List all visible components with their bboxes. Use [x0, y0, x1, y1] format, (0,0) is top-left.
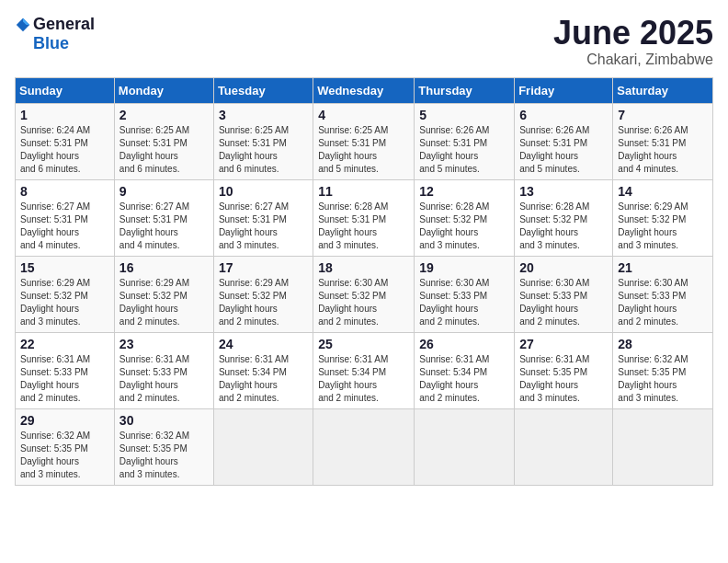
day-info: Sunrise: 6:31 AMSunset: 5:33 PMDaylight …	[20, 354, 90, 403]
day-info: Sunrise: 6:29 AMSunset: 5:32 PMDaylight …	[119, 278, 189, 327]
calendar-cell: 14Sunrise: 6:29 AMSunset: 5:32 PMDayligh…	[613, 179, 713, 256]
logo-general: General	[33, 15, 95, 34]
calendar-cell: 15Sunrise: 6:29 AMSunset: 5:32 PMDayligh…	[16, 256, 115, 332]
day-number: 24	[219, 337, 308, 351]
day-number: 27	[519, 337, 608, 351]
day-number: 18	[318, 260, 409, 275]
calendar-week-2: 8Sunrise: 6:27 AMSunset: 5:31 PMDaylight…	[16, 179, 713, 256]
calendar-cell: 4Sunrise: 6:25 AMSunset: 5:31 PMDaylight…	[313, 103, 415, 179]
calendar-cell: 22Sunrise: 6:31 AMSunset: 5:33 PMDayligh…	[16, 332, 115, 408]
calendar-cell	[415, 408, 515, 485]
calendar-cell: 16Sunrise: 6:29 AMSunset: 5:32 PMDayligh…	[114, 256, 213, 332]
logo-icon	[15, 17, 31, 33]
header-tuesday: Tuesday	[213, 77, 313, 103]
calendar-cell: 28Sunrise: 6:32 AMSunset: 5:35 PMDayligh…	[613, 332, 713, 408]
day-info: Sunrise: 6:30 AMSunset: 5:33 PMDaylight …	[519, 278, 589, 327]
day-info: Sunrise: 6:24 AMSunset: 5:31 PMDaylight …	[20, 125, 90, 174]
calendar-week-5: 29Sunrise: 6:32 AMSunset: 5:35 PMDayligh…	[16, 408, 713, 485]
calendar-cell: 3Sunrise: 6:25 AMSunset: 5:31 PMDaylight…	[213, 103, 313, 179]
calendar-cell: 21Sunrise: 6:30 AMSunset: 5:33 PMDayligh…	[613, 256, 713, 332]
day-info: Sunrise: 6:32 AMSunset: 5:35 PMDaylight …	[618, 354, 688, 403]
day-info: Sunrise: 6:27 AMSunset: 5:31 PMDaylight …	[20, 201, 90, 250]
calendar-cell: 12Sunrise: 6:28 AMSunset: 5:32 PMDayligh…	[415, 179, 515, 256]
day-info: Sunrise: 6:28 AMSunset: 5:32 PMDaylight …	[519, 201, 589, 250]
calendar-cell: 6Sunrise: 6:26 AMSunset: 5:31 PMDaylight…	[515, 103, 613, 179]
calendar-cell: 27Sunrise: 6:31 AMSunset: 5:35 PMDayligh…	[515, 332, 613, 408]
calendar-cell	[213, 408, 313, 485]
day-number: 17	[219, 260, 308, 275]
day-number: 11	[318, 184, 409, 199]
calendar-cell: 19Sunrise: 6:30 AMSunset: 5:33 PMDayligh…	[415, 256, 515, 332]
calendar-cell: 5Sunrise: 6:26 AMSunset: 5:31 PMDaylight…	[415, 103, 515, 179]
calendar-cell	[613, 408, 713, 485]
day-number: 5	[419, 108, 509, 122]
day-number: 2	[119, 108, 209, 122]
day-number: 16	[119, 260, 209, 275]
calendar-cell: 9Sunrise: 6:27 AMSunset: 5:31 PMDaylight…	[114, 179, 213, 256]
calendar-title: June 2025 Chakari, Zimbabwe	[553, 15, 713, 68]
calendar-week-4: 22Sunrise: 6:31 AMSunset: 5:33 PMDayligh…	[16, 332, 713, 408]
day-number: 20	[519, 260, 608, 275]
day-number: 23	[119, 337, 209, 351]
day-number: 28	[618, 337, 708, 351]
day-number: 10	[219, 184, 308, 199]
day-info: Sunrise: 6:28 AMSunset: 5:31 PMDaylight …	[318, 201, 388, 250]
day-info: Sunrise: 6:30 AMSunset: 5:33 PMDaylight …	[419, 278, 489, 327]
header-wednesday: Wednesday	[313, 77, 415, 103]
header-monday: Monday	[114, 77, 213, 103]
calendar-cell: 7Sunrise: 6:26 AMSunset: 5:31 PMDaylight…	[613, 103, 713, 179]
location: Chakari, Zimbabwe	[553, 52, 713, 68]
day-number: 26	[419, 337, 509, 351]
calendar-cell: 30Sunrise: 6:32 AMSunset: 5:35 PMDayligh…	[114, 408, 213, 485]
calendar-cell	[515, 408, 613, 485]
calendar-cell: 25Sunrise: 6:31 AMSunset: 5:34 PMDayligh…	[313, 332, 415, 408]
day-number: 8	[20, 184, 109, 199]
calendar-header-row: SundayMondayTuesdayWednesdayThursdayFrid…	[16, 77, 713, 103]
day-info: Sunrise: 6:31 AMSunset: 5:34 PMDaylight …	[318, 354, 388, 403]
logo: General Blue	[15, 15, 95, 53]
day-number: 19	[419, 260, 509, 275]
calendar-cell: 29Sunrise: 6:32 AMSunset: 5:35 PMDayligh…	[16, 408, 115, 485]
day-info: Sunrise: 6:25 AMSunset: 5:31 PMDaylight …	[318, 125, 388, 174]
header-sunday: Sunday	[16, 77, 115, 103]
calendar-cell: 17Sunrise: 6:29 AMSunset: 5:32 PMDayligh…	[213, 256, 313, 332]
day-info: Sunrise: 6:30 AMSunset: 5:33 PMDaylight …	[618, 278, 688, 327]
day-number: 13	[519, 184, 608, 199]
header-friday: Friday	[515, 77, 613, 103]
day-number: 1	[20, 108, 109, 122]
calendar-week-3: 15Sunrise: 6:29 AMSunset: 5:32 PMDayligh…	[16, 256, 713, 332]
month-year: June 2025	[553, 15, 713, 52]
calendar-cell: 11Sunrise: 6:28 AMSunset: 5:31 PMDayligh…	[313, 179, 415, 256]
day-number: 7	[618, 108, 708, 122]
calendar-cell: 10Sunrise: 6:27 AMSunset: 5:31 PMDayligh…	[213, 179, 313, 256]
header-saturday: Saturday	[613, 77, 713, 103]
day-info: Sunrise: 6:29 AMSunset: 5:32 PMDaylight …	[20, 278, 90, 327]
calendar-cell: 13Sunrise: 6:28 AMSunset: 5:32 PMDayligh…	[515, 179, 613, 256]
day-info: Sunrise: 6:27 AMSunset: 5:31 PMDaylight …	[219, 201, 289, 250]
day-info: Sunrise: 6:26 AMSunset: 5:31 PMDaylight …	[419, 125, 489, 174]
day-info: Sunrise: 6:29 AMSunset: 5:32 PMDaylight …	[219, 278, 289, 327]
header-thursday: Thursday	[415, 77, 515, 103]
calendar-cell: 1Sunrise: 6:24 AMSunset: 5:31 PMDaylight…	[16, 103, 115, 179]
calendar-week-1: 1Sunrise: 6:24 AMSunset: 5:31 PMDaylight…	[16, 103, 713, 179]
calendar-cell: 23Sunrise: 6:31 AMSunset: 5:33 PMDayligh…	[114, 332, 213, 408]
day-number: 9	[119, 184, 209, 199]
calendar-cell: 8Sunrise: 6:27 AMSunset: 5:31 PMDaylight…	[16, 179, 115, 256]
day-info: Sunrise: 6:25 AMSunset: 5:31 PMDaylight …	[119, 125, 189, 174]
calendar-cell	[313, 408, 415, 485]
calendar-cell: 2Sunrise: 6:25 AMSunset: 5:31 PMDaylight…	[114, 103, 213, 179]
day-info: Sunrise: 6:28 AMSunset: 5:32 PMDaylight …	[419, 201, 489, 250]
logo-blue: Blue	[33, 34, 69, 53]
page-header: General Blue June 2025 Chakari, Zimbabwe	[15, 15, 713, 68]
day-number: 14	[618, 184, 708, 199]
day-info: Sunrise: 6:25 AMSunset: 5:31 PMDaylight …	[219, 125, 289, 174]
day-info: Sunrise: 6:26 AMSunset: 5:31 PMDaylight …	[618, 125, 688, 174]
day-info: Sunrise: 6:32 AMSunset: 5:35 PMDaylight …	[119, 431, 189, 479]
day-number: 3	[219, 108, 308, 122]
day-info: Sunrise: 6:27 AMSunset: 5:31 PMDaylight …	[119, 201, 189, 250]
day-number: 21	[618, 260, 708, 275]
day-info: Sunrise: 6:31 AMSunset: 5:33 PMDaylight …	[119, 354, 189, 403]
calendar-cell: 18Sunrise: 6:30 AMSunset: 5:32 PMDayligh…	[313, 256, 415, 332]
calendar-body: 1Sunrise: 6:24 AMSunset: 5:31 PMDaylight…	[16, 103, 713, 485]
day-number: 29	[20, 413, 109, 428]
